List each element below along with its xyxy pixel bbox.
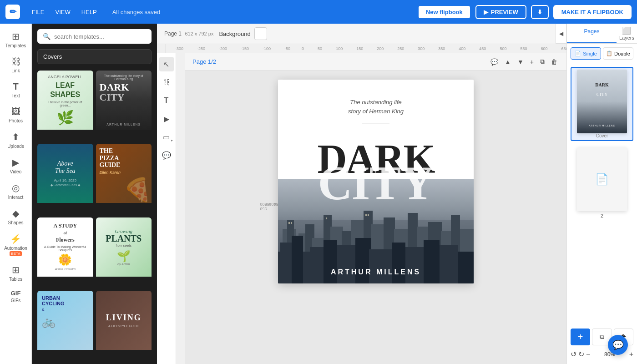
sidebar-item-tables[interactable]: ⊞ Tables: [2, 261, 30, 285]
sidebar-item-automation[interactable]: ⚡ Automation BETA: [2, 230, 30, 260]
icon-sidebar: ⊞ Templates ⛓ Link T Text 🖼 Photos ⬆ Upl…: [0, 24, 32, 364]
cover-subtitle: The outstanding life story of Herman Kin…: [296, 98, 455, 116]
svg-rect-36: [365, 214, 367, 216]
chat-bubble[interactable]: 💬: [608, 335, 628, 355]
add-page-btn[interactable]: +: [571, 329, 590, 345]
canvas-viewport[interactable]: The outstanding life story of Herman Kin…: [185, 71, 566, 364]
double-page-icon: 📋: [606, 51, 612, 56]
template-pizza-guide[interactable]: THEPIZZAGUIDE Ellen Karen 🍕: [96, 144, 152, 214]
templates-grid: ANGELA POWELL LEAFSHAPES I believe in th…: [32, 68, 157, 364]
sidebar-item-photos[interactable]: 🖼 Photos: [2, 103, 30, 127]
page-duplicate-btn[interactable]: ⧉: [538, 57, 546, 66]
svg-rect-33: [288, 222, 290, 224]
svg-rect-32: [458, 252, 474, 283]
template-above-sea[interactable]: AboveThe Sea April 10, 2025 ◆ Garamond C…: [37, 144, 93, 214]
make-flipbook-button[interactable]: MAKE IT A FLIPBOOK: [553, 5, 632, 19]
svg-rect-26: [355, 238, 371, 283]
cover-city-section: CITY: [278, 179, 474, 283]
page-down-btn[interactable]: ▼: [516, 57, 526, 66]
photos-icon: 🖼: [11, 106, 20, 117]
comment-tool[interactable]: 💬: [159, 148, 174, 162]
svg-rect-24: [324, 240, 337, 283]
templates-search-area: 🔍: [32, 24, 157, 49]
main-layout: ⊞ Templates ⛓ Link T Text 🖼 Photos ⬆ Upl…: [0, 24, 637, 364]
nav-help[interactable]: HELP: [77, 6, 101, 18]
topbar: ✏ FILE VIEW HELP All changes saved New f…: [0, 0, 637, 24]
page-delete-btn[interactable]: 🗑: [549, 57, 559, 66]
single-view-btn[interactable]: 📄 Single: [571, 47, 601, 60]
zoom-out-btn[interactable]: −: [586, 350, 590, 359]
page-comment-btn[interactable]: 💬: [489, 57, 500, 66]
svg-rect-37: [368, 214, 369, 216]
video-tool[interactable]: ▶: [159, 111, 174, 126]
ruler-row: -300 -250 -200 -150 -100 -50 0 50 100 15…: [157, 44, 566, 53]
page-up-btn[interactable]: ▲: [503, 57, 513, 66]
shape-tool[interactable]: ▭▸: [159, 130, 174, 144]
zoom-in-btn[interactable]: +: [629, 350, 633, 359]
vertical-ruler: -200 -150 -100 -50 0 50 100 150 200 250 …: [176, 53, 185, 364]
sidebar-item-interact[interactable]: ◎ Interact: [2, 179, 30, 203]
page-add-btn[interactable]: +: [528, 57, 536, 66]
canvas-toolbar: Page 1 612 x 792 px Background: [157, 24, 566, 44]
page-thumb-2[interactable]: 📄 2: [571, 145, 633, 221]
sidebar-item-video[interactable]: ▶ Video: [2, 153, 30, 178]
template-urban-cycling[interactable]: URBANCYCLING& 🚲: [37, 291, 93, 361]
template-living[interactable]: LIVING A LIFESTYLE GUIDE: [96, 291, 152, 361]
blank-page-icon: 📄: [595, 173, 609, 186]
ruler-corner: [157, 44, 166, 53]
nav-view[interactable]: VIEW: [51, 6, 75, 18]
page-thumb-img-2: 📄: [577, 147, 627, 211]
sidebar-item-text[interactable]: T Text: [2, 78, 30, 102]
svg-rect-29: [405, 247, 426, 283]
preview-button[interactable]: ▶ PREVIEW: [475, 5, 526, 19]
layers-icon: ⬜: [622, 26, 631, 35]
page-thumb-1[interactable]: DARK CITY ARTHUR MILLENS Cover: [571, 67, 633, 141]
svg-rect-30: [424, 240, 440, 283]
sidebar-item-templates[interactable]: ⊞ Templates: [2, 27, 30, 52]
text-tool[interactable]: T: [159, 93, 174, 108]
collapse-panel-btn[interactable]: ◀: [556, 24, 566, 44]
tab-pages[interactable]: Pages: [567, 24, 617, 43]
svg-rect-34: [291, 222, 292, 224]
cover-top-text: The outstanding life story of Herman Kin…: [278, 80, 474, 140]
canvas-area: Page 1 612 x 792 px Background -300 -250…: [157, 24, 566, 364]
gifs-icon: GIF: [11, 290, 21, 297]
template-study-flowers[interactable]: A STUDYofFlowers A Guide To Making Wonde…: [37, 217, 93, 288]
category-dropdown[interactable]: Covers: [37, 49, 152, 64]
right-panel-tabs: Pages ⬜ Layers: [567, 24, 637, 44]
sidebar-item-gifs[interactable]: GIF GIFs: [2, 286, 30, 307]
shapes-icon: ◆: [12, 208, 19, 219]
link-tool[interactable]: ⛓: [159, 75, 174, 90]
canvas-main: -200 -150 -100 -50 0 50 100 150 200 250 …: [176, 53, 566, 364]
templates-panel: 🔍 Covers ANGELA POWELL LEAFSHAPES I beli…: [32, 24, 157, 364]
sidebar-item-shapes[interactable]: ◆ Shapes: [2, 204, 30, 229]
sidebar-item-link[interactable]: ⛓ Link: [2, 53, 30, 77]
template-dark-city[interactable]: The outstanding life story of Herman Kin…: [96, 71, 152, 141]
double-view-btn[interactable]: 📋 Double: [603, 47, 633, 60]
svg-rect-35: [326, 217, 327, 219]
category-select[interactable]: Covers: [37, 49, 152, 64]
select-tool[interactable]: ↖: [159, 57, 174, 71]
logo[interactable]: ✏: [5, 5, 20, 19]
logo-icon: ✏: [10, 7, 16, 17]
sidebar-item-uploads[interactable]: ⬆ Uploads: [2, 128, 30, 152]
cover-divider: [362, 123, 389, 123]
svg-rect-27: [369, 249, 394, 283]
cover-author: ARTHUR MILLENS: [278, 268, 474, 276]
template-plants[interactable]: Growing PLANTS from seeds 🌱 by Adam: [96, 217, 152, 288]
page-thumb-label-1: Cover: [573, 133, 631, 138]
page-dimensions: 612 x 792 px: [185, 31, 213, 36]
page-label-bar: Page 1/2 💬 ▲ ▼ + ⧉ 🗑: [185, 53, 566, 71]
tab-layers[interactable]: ⬜ Layers: [617, 24, 637, 43]
canvas-with-tools: ↖ ⛓ T ▶ ▭▸ 💬 -200 -150 -100 -50 0 50 100…: [157, 53, 566, 364]
redo-btn[interactable]: ↻: [578, 350, 584, 359]
new-flipbook-button[interactable]: New flipbook: [418, 5, 471, 19]
download-button[interactable]: ⬇: [531, 5, 549, 19]
page-info: Page 1: [164, 30, 182, 37]
template-leaf-shapes[interactable]: ANGELA POWELL LEAFSHAPES I believe in th…: [37, 71, 93, 141]
background-color-swatch[interactable]: [254, 27, 267, 40]
nav-file[interactable]: FILE: [27, 6, 49, 18]
link-icon: ⛓: [11, 56, 20, 67]
search-input[interactable]: [54, 33, 146, 40]
undo-btn[interactable]: ↺: [571, 350, 576, 359]
